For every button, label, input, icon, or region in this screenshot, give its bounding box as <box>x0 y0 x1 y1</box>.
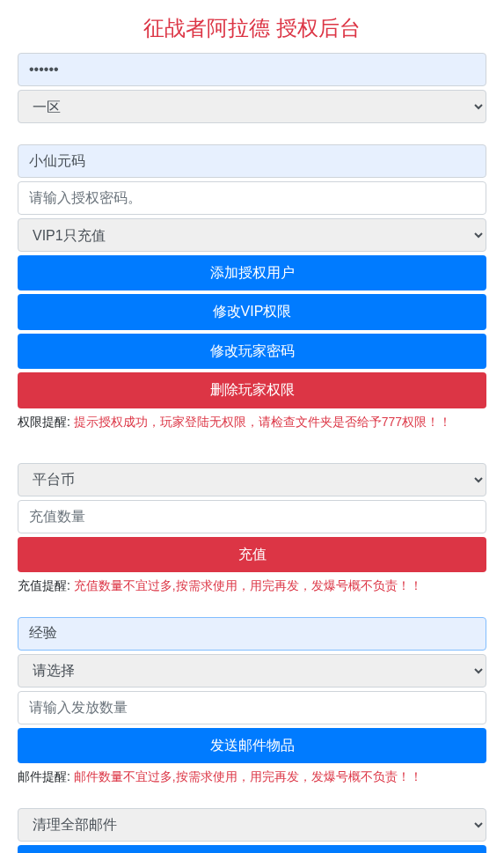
mail-tip-text: 邮件数量不宜过多,按需求使用，用完再发，发爆号概不负责！！ <box>74 769 422 783</box>
vip-select[interactable]: VIP1只充值 <box>18 218 486 252</box>
recharge-button[interactable]: 充值 <box>18 537 486 572</box>
auth-tip-prefix: 权限提醒: <box>18 415 74 429</box>
auth-tip-text: 提示授权成功，玩家登陆无权限，请检查文件夹是否给予777权限！！ <box>74 415 451 429</box>
modify-password-button[interactable]: 修改玩家密码 <box>18 334 486 369</box>
login-password-input[interactable] <box>18 53 486 86</box>
recharge-tip-text: 充值数量不宜过多,按需求使用，用完再发，发爆号概不负责！！ <box>74 578 422 592</box>
clean-button[interactable]: 清理 <box>18 845 486 853</box>
zone-select[interactable]: 一区 <box>18 90 486 123</box>
currency-select[interactable]: 平台币 <box>18 463 486 496</box>
add-auth-user-button[interactable]: 添加授权用户 <box>18 255 486 290</box>
send-mail-button[interactable]: 发送邮件物品 <box>18 728 486 763</box>
recharge-tip-prefix: 充值提醒: <box>18 578 74 592</box>
modify-vip-button[interactable]: 修改VIP权限 <box>18 294 486 329</box>
mail-item-select[interactable]: 请选择 <box>18 654 486 688</box>
page-title: 征战者阿拉德 授权后台 <box>18 0 486 53</box>
auth-username-input[interactable] <box>18 144 486 178</box>
mail-exp-input[interactable] <box>18 617 486 651</box>
mail-amount-input[interactable] <box>18 691 486 724</box>
auth-password-input[interactable] <box>18 181 486 215</box>
recharge-amount-input[interactable] <box>18 500 486 533</box>
delete-auth-button[interactable]: 删除玩家权限 <box>18 372 486 408</box>
clean-select[interactable]: 清理全部邮件 <box>18 808 486 842</box>
mail-tip-prefix: 邮件提醒: <box>18 769 74 783</box>
